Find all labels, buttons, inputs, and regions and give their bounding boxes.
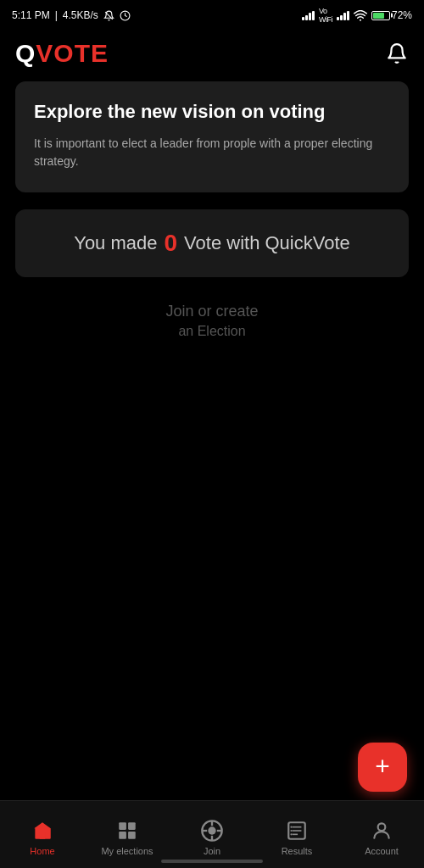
vote-counter-card: You made 0 Vote with QuickVote xyxy=(15,209,409,277)
separator: | xyxy=(55,9,58,21)
signal-icon xyxy=(302,11,315,20)
svg-point-18 xyxy=(290,829,292,831)
vo-wifi-label: VoWiFi xyxy=(319,7,332,24)
status-left: 5:11 PM | 4.5KB/s xyxy=(12,9,131,21)
bell-icon xyxy=(386,42,408,64)
nav-label-home: Home xyxy=(30,846,54,856)
account-icon xyxy=(370,819,393,843)
svg-point-17 xyxy=(290,826,292,827)
status-right: VoWiFi 72% xyxy=(302,7,412,24)
results-icon xyxy=(285,819,309,843)
nav-label-join: Join xyxy=(204,846,220,856)
battery-percentage: 72% xyxy=(392,9,412,21)
vote-count: 0 xyxy=(165,230,178,257)
svg-rect-6 xyxy=(128,832,136,839)
svg-rect-4 xyxy=(128,822,136,830)
empty-state-line1: Join or create xyxy=(15,303,409,320)
home-indicator xyxy=(161,860,263,863)
hero-title: Explore the new vision on voting xyxy=(34,100,390,125)
app-logo: QVOTE xyxy=(15,39,109,68)
svg-point-19 xyxy=(290,833,292,835)
svg-point-20 xyxy=(378,823,386,831)
mute-icon xyxy=(103,10,114,21)
nav-label-results: Results xyxy=(282,846,313,856)
nav-item-results[interactable]: Results xyxy=(254,814,339,856)
time: 5:11 PM xyxy=(12,9,50,21)
empty-state-line2: an Election xyxy=(15,324,409,339)
create-election-fab[interactable]: + xyxy=(358,743,407,792)
nav-item-home[interactable]: Home xyxy=(0,814,85,856)
nav-label-my-elections: My elections xyxy=(101,846,153,856)
bottom-navigation: Home My elections Join xyxy=(0,800,424,868)
hero-description: It is important to elect a leader from p… xyxy=(34,135,390,170)
svg-rect-3 xyxy=(119,822,126,830)
hero-card: Explore the new vision on voting It is i… xyxy=(15,81,409,192)
svg-rect-5 xyxy=(119,832,126,839)
vote-prefix: You made xyxy=(74,232,157,254)
svg-point-2 xyxy=(360,19,361,20)
status-bar: 5:11 PM | 4.5KB/s VoWiFi xyxy=(0,0,424,31)
nav-item-my-elections[interactable]: My elections xyxy=(85,814,170,856)
signal-icon-2 xyxy=(337,11,349,20)
logo-vote: VOTE xyxy=(36,39,109,67)
nav-item-join[interactable]: Join xyxy=(170,814,254,856)
vote-suffix: Vote with QuickVote xyxy=(184,232,350,254)
wifi-icon xyxy=(354,10,367,21)
alarm-icon xyxy=(120,10,131,21)
app-header: QVOTE xyxy=(0,31,424,81)
svg-point-8 xyxy=(208,826,215,834)
notification-button[interactable] xyxy=(385,42,409,65)
my-elections-icon xyxy=(115,819,139,843)
nav-item-account[interactable]: Account xyxy=(339,814,424,856)
join-icon xyxy=(200,819,224,843)
nav-label-account: Account xyxy=(365,846,399,856)
home-icon xyxy=(31,819,54,843)
main-content: Explore the new vision on voting It is i… xyxy=(0,81,424,339)
network-speed: 4.5KB/s xyxy=(63,9,98,21)
logo-q: Q xyxy=(15,39,36,67)
fab-plus-icon: + xyxy=(375,754,390,779)
battery-indicator: 72% xyxy=(371,9,412,21)
empty-state: Join or create an Election xyxy=(15,303,409,339)
